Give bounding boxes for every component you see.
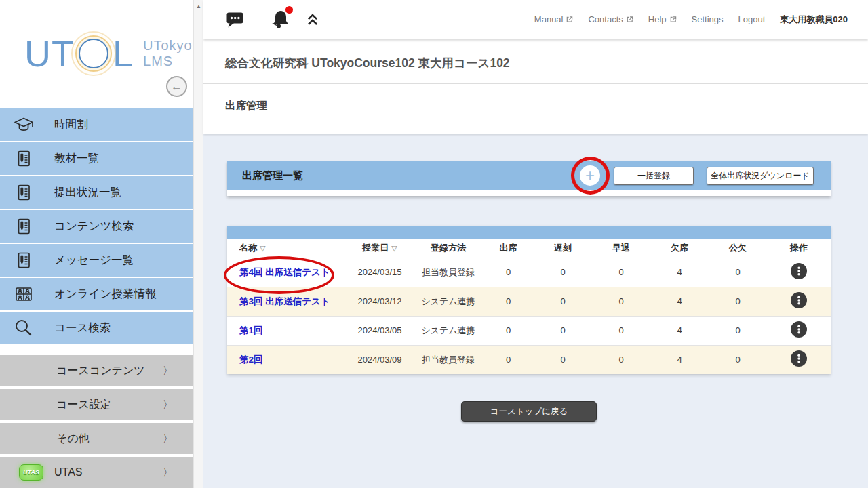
- sidebar-item-course-search[interactable]: コース検索: [0, 312, 193, 344]
- class-date: 2024/03/15: [346, 258, 414, 287]
- messages-bubble-icon[interactable]: [226, 10, 244, 28]
- table-row: 第2回 2024/03/09 担当教員登録 0 0 0 4 0: [227, 345, 831, 374]
- column-header-late: 遅刻: [534, 239, 592, 258]
- sidebar: U T L UTokyo LMS ← 時間割: [0, 0, 203, 488]
- utol-lms-app: U T L UTokyo LMS ← 時間割: [0, 0, 868, 488]
- sidebar-scrollbar[interactable]: ▲: [193, 0, 203, 488]
- utol-logo: U T L UTokyo LMS: [24, 35, 193, 72]
- page-title: 出席管理: [203, 84, 868, 113]
- graduation-cap-icon: [12, 114, 35, 136]
- bulk-register-button[interactable]: 一括登録: [614, 167, 694, 185]
- table-row: 第4回 出席送信テスト 2024/03/15 担当教員登録 0 0 0 4 0: [227, 258, 831, 287]
- late-count: 0: [534, 345, 592, 374]
- sidebar-item-others[interactable]: その他 〉: [0, 423, 193, 454]
- attendance-panel-header-card: 出席管理一覧 + 一括登録 全体出席状況ダウンロード: [227, 161, 831, 196]
- sidebar-item-messages[interactable]: メッセージ一覧: [0, 244, 193, 277]
- column-header-method: 登録方法: [414, 239, 483, 258]
- sidebar-item-online-class-info[interactable]: オンライン授業情報: [0, 278, 193, 310]
- logo-ring-o-icon: [79, 39, 108, 68]
- present-count: 0: [483, 316, 534, 345]
- column-header-name[interactable]: 名称▽: [227, 239, 346, 258]
- class-date: 2024/03/09: [346, 345, 414, 374]
- excused-count: 0: [709, 316, 767, 345]
- help-link[interactable]: Help: [648, 14, 677, 24]
- register-method: システム連携: [414, 316, 483, 345]
- arrow-left-icon: ←: [171, 80, 182, 93]
- sidebar-item-materials[interactable]: 教材一覧: [0, 142, 193, 175]
- attendance-item-link[interactable]: 第3回 出席送信テスト: [239, 296, 330, 306]
- sort-icon[interactable]: ▽: [391, 244, 397, 252]
- column-header-present: 出席: [483, 239, 534, 258]
- settings-link[interactable]: Settings: [692, 14, 724, 24]
- sidebar-item-submission-status[interactable]: 提出状況一覧: [0, 176, 193, 209]
- row-actions-kebab-button[interactable]: [791, 263, 807, 279]
- table-row: 第3回 出席送信テスト 2024/03/12 システム連携 0 0 0 4 0: [227, 287, 831, 316]
- present-count: 0: [483, 258, 534, 287]
- chevron-right-icon: 〉: [163, 399, 173, 411]
- content-area: 出席管理一覧 + 一括登録 全体出席状況ダウンロード: [227, 161, 831, 422]
- row-actions-kebab-button[interactable]: [791, 350, 807, 367]
- row-actions-kebab-button[interactable]: [791, 321, 807, 338]
- chevron-right-icon: 〉: [163, 365, 173, 378]
- register-method: 担当教員登録: [414, 345, 483, 374]
- logo-letter: U: [24, 35, 52, 72]
- magnifier-icon: [12, 317, 35, 339]
- sidebar-item-timetable[interactable]: 時間割: [0, 108, 193, 141]
- sort-icon[interactable]: ▽: [260, 244, 265, 252]
- top-bar-links: Manual Contacts Help: [534, 14, 868, 26]
- column-header-excused: 公欠: [709, 239, 767, 258]
- panel-title: 出席管理一覧: [242, 169, 303, 182]
- chevron-right-icon: 〉: [163, 432, 173, 445]
- course-header-card: 総合文化研究科 UTokyoCourse102 東大用コース102 出席管理: [203, 39, 868, 134]
- notification-badge: [285, 6, 293, 14]
- absent-count: 4: [650, 345, 709, 374]
- attendance-item-link[interactable]: 第1回: [239, 325, 263, 336]
- sidebar-collapse-button[interactable]: ←: [166, 76, 187, 97]
- row-actions-kebab-button[interactable]: [791, 292, 807, 308]
- top-bar: Manual Contacts Help: [203, 0, 868, 39]
- main-area: Manual Contacts Help: [203, 0, 868, 488]
- notification-bell-icon[interactable]: [270, 8, 292, 31]
- attendance-table-card: 名称▽ 授業日▽ 登録方法 出席 遅刻 早退 欠席 公欠 操作: [227, 226, 831, 374]
- attendance-panel-header: 出席管理一覧 + 一括登録 全体出席状況ダウンロード: [227, 161, 831, 190]
- user-name: 東大用教職員020: [780, 14, 848, 26]
- sidebar-item-course-contents[interactable]: コースコンテンツ 〉: [0, 355, 193, 386]
- column-header-early-leave: 早退: [592, 239, 650, 258]
- logo-subtitle: UTokyo LMS: [143, 38, 193, 69]
- add-attendance-button[interactable]: +: [580, 165, 600, 186]
- sidebar-menu: 時間割 教材一覧: [0, 108, 193, 488]
- collapse-double-chevron-up-icon[interactable]: [303, 10, 322, 29]
- present-count: 0: [483, 345, 534, 374]
- register-method: 担当教員登録: [414, 258, 483, 287]
- sidebar-item-utas[interactable]: UTAS UTAS 〉: [0, 457, 193, 488]
- sidebar-item-content-search[interactable]: コンテンツ検索: [0, 210, 193, 243]
- chevron-right-icon: 〉: [163, 466, 173, 479]
- absent-count: 4: [650, 316, 709, 345]
- early-leave-count: 0: [592, 287, 650, 316]
- column-header-actions: 操作: [767, 239, 831, 258]
- late-count: 0: [534, 258, 592, 287]
- absent-count: 4: [650, 258, 709, 287]
- late-count: 0: [534, 316, 592, 345]
- table-header-row: 名称▽ 授業日▽ 登録方法 出席 遅刻 早退 欠席 公欠 操作: [227, 239, 831, 258]
- early-leave-count: 0: [592, 316, 650, 345]
- sidebar-item-course-settings[interactable]: コース設定 〉: [0, 389, 193, 420]
- attendance-item-link[interactable]: 第2回: [239, 354, 263, 365]
- top-bar-icons: [203, 8, 322, 31]
- scroll-up-icon[interactable]: ▲: [194, 3, 203, 9]
- late-count: 0: [534, 287, 592, 316]
- present-count: 0: [483, 287, 534, 316]
- logout-link[interactable]: Logout: [738, 14, 766, 24]
- excused-count: 0: [709, 258, 767, 287]
- download-attendance-button[interactable]: 全体出席状況ダウンロード: [707, 167, 814, 185]
- clipboard-icon: [12, 249, 35, 271]
- attendance-table: 名称▽ 授業日▽ 登録方法 出席 遅刻 早退 欠席 公欠 操作: [227, 239, 831, 374]
- class-date: 2024/03/12: [346, 287, 414, 316]
- column-header-date[interactable]: 授業日▽: [346, 239, 414, 258]
- back-to-course-top-button[interactable]: コーストップに戻る: [461, 401, 597, 422]
- excused-count: 0: [709, 345, 767, 374]
- external-link-icon: [626, 16, 633, 23]
- manual-link[interactable]: Manual: [534, 14, 574, 24]
- contacts-link[interactable]: Contacts: [588, 14, 633, 24]
- attendance-item-link[interactable]: 第4回 出席送信テスト: [239, 267, 330, 277]
